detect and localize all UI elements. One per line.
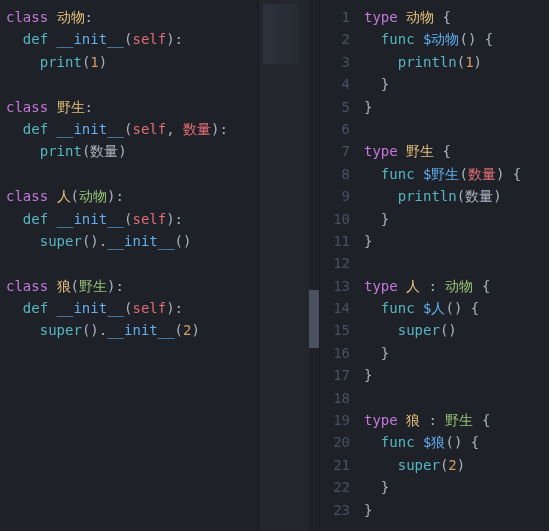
token-name: $野生 <box>423 166 459 182</box>
left-line[interactable]: class 动物: <box>6 6 258 28</box>
left-line[interactable]: class 狼(野生): <box>6 275 258 297</box>
right-line[interactable]: } <box>364 499 549 521</box>
token-punc: } <box>364 345 389 361</box>
token-punc: } <box>364 211 389 227</box>
left-line[interactable]: class 野生: <box>6 96 258 118</box>
right-line[interactable]: type 野生 { <box>364 140 549 162</box>
left-line[interactable]: def __init__(self, 数量): <box>6 118 258 140</box>
line-number: 14 <box>320 297 350 319</box>
token-kw: class <box>6 188 57 204</box>
left-line[interactable]: super().__init__(2) <box>6 319 258 341</box>
right-line[interactable]: super() <box>364 319 549 341</box>
token-punc <box>6 322 40 338</box>
token-base: 动物 <box>79 188 107 204</box>
line-number: 18 <box>320 387 350 409</box>
token-cls: 狼 <box>57 278 71 294</box>
left-line[interactable]: class 人(动物): <box>6 185 258 207</box>
right-line[interactable]: } <box>364 364 549 386</box>
line-number-gutter: 1234567891011121314151617181920212223 <box>320 6 364 531</box>
token-fnkw: func <box>381 31 423 47</box>
token-name: __init__ <box>57 211 124 227</box>
token-punc <box>364 457 398 473</box>
token-name: __init__ <box>107 322 174 338</box>
left-line[interactable]: print(数量) <box>6 140 258 162</box>
token-punc <box>364 322 398 338</box>
token-punc: ) <box>457 457 465 473</box>
token-base: 野生 <box>445 412 473 428</box>
token-num: 1 <box>90 54 98 70</box>
token-kw: class <box>6 9 57 25</box>
right-line[interactable]: super(2) <box>364 454 549 476</box>
line-number: 17 <box>320 364 350 386</box>
token-punc <box>6 233 40 249</box>
token-punc: ): <box>166 300 183 316</box>
token-punc <box>6 31 23 47</box>
token-punc: ): <box>107 278 124 294</box>
right-line[interactable]: } <box>364 208 549 230</box>
token-fnkw: func <box>381 300 423 316</box>
token-name: $人 <box>423 300 445 316</box>
right-editor-pane[interactable]: 1234567891011121314151617181920212223 ty… <box>320 0 549 531</box>
token-kw: class <box>6 99 57 115</box>
right-line[interactable] <box>364 118 549 140</box>
right-line[interactable]: func $野生(数量) { <box>364 163 549 185</box>
token-num: 1 <box>465 54 473 70</box>
token-fnkw: def <box>23 300 57 316</box>
right-line[interactable]: } <box>364 476 549 498</box>
token-call: super <box>40 233 82 249</box>
token-name: __init__ <box>107 233 174 249</box>
token-punc: : <box>85 99 93 115</box>
left-line[interactable] <box>6 73 258 95</box>
right-line[interactable]: println(数量) <box>364 185 549 207</box>
token-punc: { <box>434 143 451 159</box>
left-editor-pane[interactable]: class 动物: def __init__(self): print(1) c… <box>0 0 258 531</box>
right-line[interactable] <box>364 252 549 274</box>
line-number: 22 <box>320 476 350 498</box>
token-punc: () { <box>445 300 479 316</box>
left-line[interactable] <box>6 252 258 274</box>
token-fnkw: def <box>23 211 57 227</box>
right-line[interactable]: func $人() { <box>364 297 549 319</box>
line-number: 10 <box>320 208 350 230</box>
right-line[interactable]: func $动物() { <box>364 28 549 50</box>
left-line[interactable]: print(1) <box>6 51 258 73</box>
line-number: 6 <box>320 118 350 140</box>
left-line[interactable]: super().__init__() <box>6 230 258 252</box>
token-punc: } <box>364 233 372 249</box>
scrollbar-thumb[interactable] <box>309 290 319 348</box>
right-line[interactable]: } <box>364 73 549 95</box>
token-self: 数量 <box>183 121 211 137</box>
token-cls: 狼 <box>406 412 420 428</box>
token-base: 野生 <box>79 278 107 294</box>
token-punc: ( <box>459 166 467 182</box>
token-punc <box>364 300 381 316</box>
right-line[interactable]: type 狼 : 野生 { <box>364 409 549 431</box>
token-punc: () { <box>459 31 493 47</box>
right-line[interactable]: type 动物 { <box>364 6 549 28</box>
token-punc: } <box>364 367 372 383</box>
line-number: 2 <box>320 28 350 50</box>
right-line[interactable]: type 人 : 动物 { <box>364 275 549 297</box>
token-kw: type <box>364 143 406 159</box>
right-line[interactable]: println(1) <box>364 51 549 73</box>
right-code-area[interactable]: type 动物 { func $动物() { println(1) }} typ… <box>364 6 549 531</box>
line-number: 5 <box>320 96 350 118</box>
token-name: __init__ <box>57 121 124 137</box>
right-line[interactable]: } <box>364 230 549 252</box>
left-line[interactable]: def __init__(self): <box>6 28 258 50</box>
right-line[interactable]: } <box>364 96 549 118</box>
scrollbar-track[interactable] <box>309 0 319 531</box>
minimap[interactable] <box>258 0 320 531</box>
right-line[interactable]: func $狼() { <box>364 431 549 453</box>
left-line[interactable] <box>6 163 258 185</box>
line-number: 16 <box>320 342 350 364</box>
token-name: __init__ <box>57 300 124 316</box>
right-line[interactable]: } <box>364 342 549 364</box>
token-cls: 人 <box>57 188 71 204</box>
line-number: 7 <box>320 140 350 162</box>
left-line[interactable]: def __init__(self): <box>6 208 258 230</box>
left-line[interactable]: def __init__(self): <box>6 297 258 319</box>
line-number: 13 <box>320 275 350 297</box>
token-punc: { <box>473 412 490 428</box>
right-line[interactable] <box>364 387 549 409</box>
